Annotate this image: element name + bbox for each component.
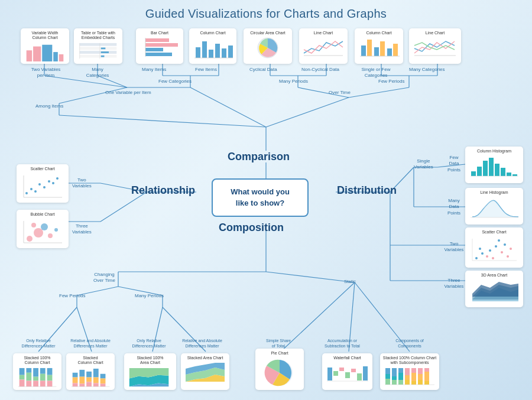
card-variable-width-title: Variable WidthColumn Chart <box>31 31 58 41</box>
svg-point-100 <box>52 182 54 184</box>
svg-point-99 <box>48 180 50 183</box>
label-few-data: FewDataPoints <box>442 155 466 173</box>
svg-rect-156 <box>79 376 85 383</box>
label-rel-abs-2: Relative and AbsoluteDifferences Matter <box>177 338 227 349</box>
svg-line-46 <box>266 272 355 282</box>
svg-rect-114 <box>483 161 488 176</box>
card-table-embedded: Table or Table withEmbedded Charts <box>74 28 122 64</box>
svg-rect-75 <box>145 53 172 56</box>
card-table-embedded-title: Table or Table withEmbedded Charts <box>81 31 115 41</box>
label-many-items: Many Items <box>142 67 166 73</box>
svg-rect-187 <box>405 375 410 380</box>
label-among-items: Among Items <box>35 103 63 109</box>
svg-rect-88 <box>374 47 379 56</box>
card-bar-chart-top-title: Bar Chart <box>151 31 168 35</box>
svg-point-98 <box>43 186 46 188</box>
svg-rect-197 <box>424 381 429 385</box>
svg-point-124 <box>479 248 481 250</box>
svg-rect-141 <box>26 381 31 386</box>
card-scatter-title: Scatter Chart <box>30 167 54 171</box>
svg-rect-171 <box>339 368 344 371</box>
svg-rect-170 <box>333 371 338 376</box>
svg-point-128 <box>501 251 503 253</box>
svg-rect-146 <box>40 374 46 381</box>
card-stacked-100-col-sub: Stacked 100% Column Chartwith Subcompone… <box>380 353 439 390</box>
svg-rect-188 <box>405 380 410 385</box>
card-column-chart-top2: Column Chart <box>355 28 403 64</box>
svg-rect-144 <box>33 381 38 386</box>
card-circular-area: Circular Area Chart <box>244 28 292 64</box>
card-stacked-area: Stacked Area Chart <box>181 353 229 390</box>
svg-rect-91 <box>393 44 398 56</box>
label-three-variables-rel: ThreeVariables <box>72 223 92 236</box>
svg-rect-184 <box>398 373 403 380</box>
label-cyclical: Cyclical Data <box>249 67 277 73</box>
svg-rect-148 <box>47 368 53 375</box>
svg-rect-175 <box>363 366 368 381</box>
label-many-data: ManyDataPoints <box>442 198 466 216</box>
label-few-items: Few Items <box>195 67 217 73</box>
svg-rect-143 <box>33 376 38 381</box>
svg-point-97 <box>38 183 41 186</box>
label-three-vars-dist: ThreeVariables <box>442 278 466 290</box>
svg-rect-178 <box>385 374 390 379</box>
svg-point-123 <box>481 252 484 255</box>
svg-rect-177 <box>385 368 390 374</box>
svg-rect-67 <box>101 47 106 49</box>
svg-rect-77 <box>196 47 200 58</box>
card-variable-width: Variable WidthColumn Chart <box>21 28 69 64</box>
svg-rect-174 <box>357 373 362 381</box>
svg-point-105 <box>34 228 43 238</box>
card-stacked-col-title: StackedColumn Chart <box>77 356 103 366</box>
svg-rect-89 <box>380 41 385 56</box>
card-stacked-100-area: Stacked 100%Area Chart <box>124 353 176 390</box>
svg-line-20 <box>349 87 409 97</box>
svg-rect-86 <box>361 45 366 56</box>
label-components: Components ofComponents <box>380 338 439 349</box>
svg-rect-82 <box>228 45 233 58</box>
svg-point-109 <box>31 223 36 227</box>
svg-point-107 <box>41 223 48 230</box>
svg-rect-163 <box>93 383 99 386</box>
card-scatter-chart-right: Scatter Chart <box>465 227 523 268</box>
svg-rect-164 <box>100 374 106 379</box>
label-two-variables-rel: TwoVariables <box>72 177 92 190</box>
svg-rect-74 <box>145 48 163 51</box>
svg-rect-152 <box>73 373 78 378</box>
svg-rect-158 <box>86 372 92 378</box>
card-column-chart-top2-title: Column Chart <box>366 31 391 35</box>
svg-rect-145 <box>40 368 46 374</box>
svg-rect-72 <box>145 38 169 42</box>
card-bubble-title: Bubble Chart <box>31 212 55 217</box>
center-question-box: What would youlike to show? <box>212 178 309 217</box>
svg-rect-81 <box>222 48 226 58</box>
svg-point-94 <box>25 192 28 194</box>
svg-rect-116 <box>495 164 499 176</box>
svg-rect-64 <box>80 47 117 50</box>
card-line-chart-top: Line Chart <box>299 28 348 64</box>
card-scatter-right-title: Scatter Chart <box>482 230 506 235</box>
svg-rect-166 <box>100 383 106 386</box>
svg-rect-119 <box>512 174 517 176</box>
svg-rect-61 <box>53 52 58 61</box>
svg-rect-136 <box>20 368 25 375</box>
card-stacked-area-title: Stacked Area Chart <box>187 356 223 360</box>
card-stacked-100-area-title: Stacked 100%Area Chart <box>137 356 163 366</box>
svg-rect-190 <box>411 373 416 381</box>
svg-point-122 <box>475 257 478 259</box>
card-line-chart-top2-title: Line Chart <box>426 31 445 35</box>
svg-point-131 <box>492 257 494 259</box>
svg-rect-180 <box>392 368 397 376</box>
card-stacked-col: StackedColumn Chart <box>66 353 115 390</box>
card-column-chart-top: Column Chart <box>189 28 236 64</box>
card-line-histogram: Line Histogram <box>465 188 523 225</box>
svg-point-108 <box>54 228 58 232</box>
label-static: Static <box>344 279 356 285</box>
svg-rect-160 <box>86 382 92 386</box>
svg-rect-162 <box>93 377 99 383</box>
svg-point-106 <box>48 233 53 238</box>
svg-point-130 <box>510 248 512 250</box>
relationship-label: Relationship <box>131 184 195 197</box>
svg-rect-147 <box>40 381 46 386</box>
label-only-rel-2: Only RelativeDifferences Matter <box>123 338 175 349</box>
